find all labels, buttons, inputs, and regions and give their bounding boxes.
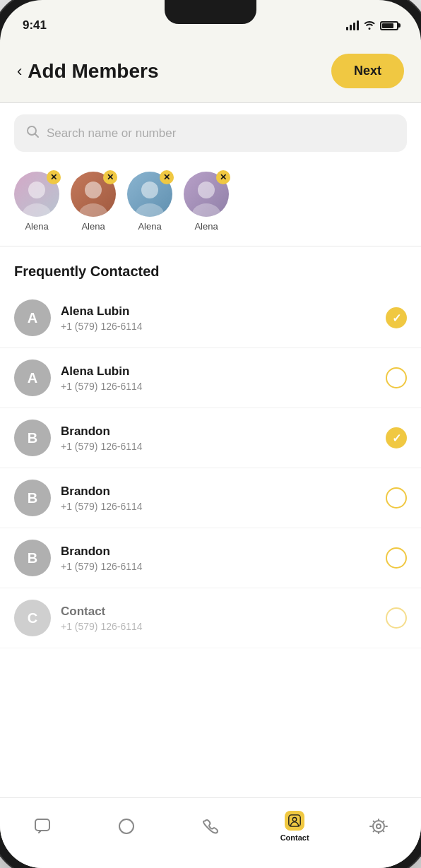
avatar-wrap-3: ✕	[127, 172, 172, 217]
contact-phone-5: +1 (579) 126-6114	[61, 561, 376, 572]
section-title: Frequently Contacted	[0, 249, 421, 288]
wifi-icon	[363, 20, 376, 32]
contact-select-2[interactable]	[386, 367, 407, 388]
contact-phone-1: +1 (579) 126-6114	[61, 321, 376, 332]
contact-info-5: Brandon +1 (579) 126-6114	[61, 545, 376, 572]
contact-phone-2: +1 (579) 126-6114	[61, 381, 376, 392]
svg-point-6	[141, 182, 158, 198]
search-container: Search name or number	[0, 103, 421, 163]
contact-nav-label: Contact	[280, 833, 309, 842]
svg-point-9	[192, 203, 220, 217]
status-time: 9:41	[23, 18, 47, 32]
contact-item-5[interactable]: B Brandon +1 (579) 126-6114	[0, 528, 421, 588]
contact-name-3: Brandon	[61, 424, 376, 439]
selected-contacts-row: ✕ Alena ✕ Alena	[0, 163, 421, 243]
svg-line-1	[35, 134, 39, 138]
check-icon-1: ✓	[392, 311, 401, 325]
contact-info-3: Brandon +1 (579) 126-6114	[61, 424, 376, 452]
contact-select-4[interactable]	[386, 487, 407, 509]
selected-contact-name-2: Alena	[81, 221, 105, 232]
selected-contact-4: ✕ Alena	[184, 172, 229, 232]
contact-avatar-4: B	[14, 480, 51, 516]
contact-avatar-1: A	[14, 299, 51, 336]
svg-point-11	[119, 819, 134, 833]
contact-avatar-2: A	[14, 359, 51, 396]
contact-item-2[interactable]: A Alena Lubin +1 (579) 126-6114	[0, 348, 421, 408]
contact-avatar-6: C	[14, 600, 51, 636]
nav-item-contact[interactable]: Contact	[273, 811, 316, 842]
status-icons	[346, 20, 398, 32]
avatar-wrap-1: ✕	[14, 172, 59, 217]
svg-rect-10	[35, 819, 49, 831]
contact-select-1[interactable]: ✓	[386, 307, 407, 328]
battery-icon	[380, 21, 398, 30]
contact-info-1: Alena Lubin +1 (579) 126-6114	[61, 304, 376, 332]
svg-point-5	[79, 203, 107, 217]
contact-item-4[interactable]: B Brandon +1 (579) 126-6114	[0, 468, 421, 528]
contact-list: A Alena Lubin +1 (579) 126-6114 ✓ A Alen…	[0, 288, 421, 648]
remove-badge-4[interactable]: ✕	[216, 170, 230, 184]
back-button[interactable]: ‹	[17, 62, 22, 81]
contact-select-3[interactable]: ✓	[386, 427, 407, 448]
contact-avatar-3: B	[14, 420, 51, 456]
contact-select-6[interactable]	[386, 607, 407, 629]
contact-select-5[interactable]	[386, 547, 407, 569]
contact-name-5: Brandon	[61, 545, 376, 559]
contact-info-4: Brandon +1 (579) 126-6114	[61, 484, 376, 512]
home-icon	[117, 816, 136, 836]
svg-point-4	[85, 182, 102, 198]
nav-item-home[interactable]	[105, 816, 148, 836]
signal-icon	[346, 20, 359, 30]
contact-name-4: Brandon	[61, 484, 376, 499]
check-icon-3: ✓	[392, 432, 401, 445]
svg-point-14	[376, 824, 381, 828]
scroll-content: Search name or number ✕ Alena	[0, 103, 421, 799]
nav-item-chat[interactable]	[21, 816, 64, 836]
contact-name-1: Alena Lubin	[61, 304, 376, 319]
selected-contact-name-3: Alena	[138, 221, 161, 232]
svg-point-8	[198, 182, 215, 198]
notch	[165, 0, 256, 24]
section-divider	[0, 246, 421, 246]
selected-contact-3: ✕ Alena	[127, 172, 172, 232]
contact-phone-4: +1 (579) 126-6114	[61, 501, 376, 512]
selected-contact-name-4: Alena	[194, 221, 218, 232]
settings-icon	[369, 816, 389, 836]
header-left: ‹ Add Members	[17, 60, 158, 83]
contact-avatar-5: B	[14, 540, 51, 576]
next-button[interactable]: Next	[331, 54, 404, 88]
bottom-nav: Contact	[0, 797, 421, 868]
phone-frame: 9:41 ‹ Add Members Next	[0, 0, 421, 868]
contact-info-6: Contact +1 (579) 126-6114	[61, 605, 376, 632]
avatar-wrap-4: ✕	[184, 172, 229, 217]
contact-phone-6: +1 (579) 126-6114	[61, 621, 376, 632]
contact-item-6[interactable]: C Contact +1 (579) 126-6114	[0, 588, 421, 648]
svg-point-15	[373, 821, 384, 832]
search-placeholder: Search name or number	[47, 126, 176, 141]
selected-contact-name-1: Alena	[25, 221, 48, 232]
svg-point-7	[136, 203, 164, 217]
header: ‹ Add Members Next	[0, 40, 421, 102]
chat-icon	[32, 816, 52, 836]
contact-item-3[interactable]: B Brandon +1 (579) 126-6114 ✓	[0, 408, 421, 468]
svg-point-2	[28, 182, 45, 198]
selected-contact-1: ✕ Alena	[14, 172, 59, 232]
remove-badge-2[interactable]: ✕	[103, 170, 117, 184]
phone-icon	[201, 816, 220, 836]
nav-item-settings[interactable]	[357, 816, 400, 836]
remove-badge-3[interactable]: ✕	[160, 170, 174, 184]
contact-phone-3: +1 (579) 126-6114	[61, 441, 376, 452]
contact-name-6: Contact	[61, 605, 376, 619]
contact-item-1[interactable]: A Alena Lubin +1 (579) 126-6114 ✓	[0, 288, 421, 348]
contact-info-2: Alena Lubin +1 (579) 126-6114	[61, 364, 376, 392]
contact-icon	[285, 811, 304, 831]
selected-contact-2: ✕ Alena	[71, 172, 116, 232]
page-title: Add Members	[28, 60, 158, 83]
avatar-wrap-2: ✕	[71, 172, 116, 217]
nav-item-phone[interactable]	[189, 816, 232, 836]
search-box[interactable]: Search name or number	[14, 114, 407, 152]
remove-badge-1[interactable]: ✕	[47, 170, 61, 184]
contact-name-2: Alena Lubin	[61, 364, 376, 379]
search-icon	[25, 124, 40, 142]
svg-point-3	[23, 203, 51, 217]
